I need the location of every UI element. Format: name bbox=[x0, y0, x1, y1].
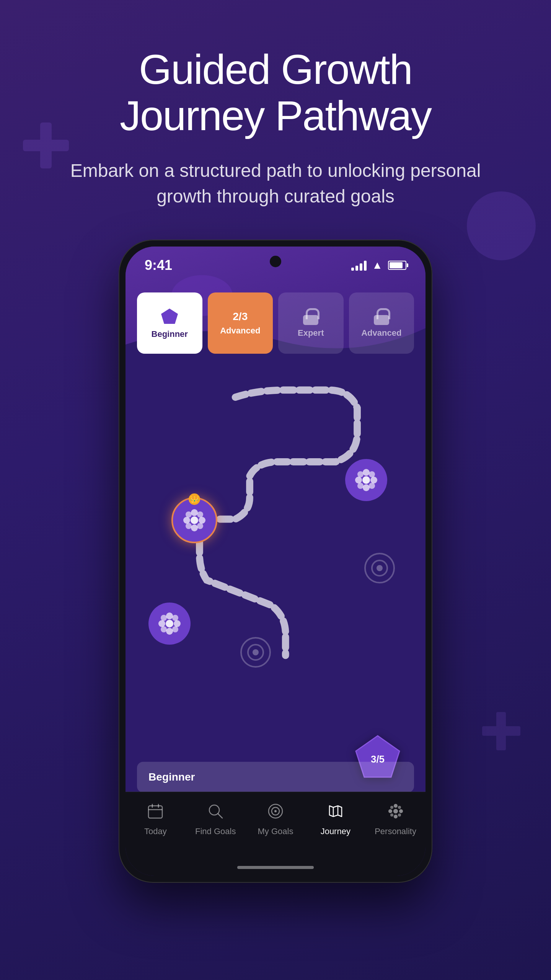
bottom-nav: Today Find Goals bbox=[126, 792, 425, 876]
subtitle: Embark on a structured path to unlocking… bbox=[54, 158, 497, 209]
svg-marker-1 bbox=[161, 309, 178, 324]
phone-screen: 9:41 ▲ bbox=[126, 247, 425, 876]
lock-icon-expert bbox=[303, 308, 318, 325]
signal-icon bbox=[351, 260, 367, 271]
svg-point-24 bbox=[174, 620, 181, 627]
svg-point-7 bbox=[357, 471, 364, 477]
svg-point-15 bbox=[199, 517, 205, 524]
svg-point-43 bbox=[394, 804, 398, 808]
flower-icon-3 bbox=[156, 610, 183, 637]
bg-decoration-plus-bottom bbox=[482, 712, 520, 750]
journey-node-3[interactable] bbox=[148, 603, 191, 645]
journey-node-current[interactable]: 👑 bbox=[171, 497, 217, 543]
svg-point-35 bbox=[209, 805, 219, 815]
lock-icon-advanced bbox=[374, 308, 389, 325]
svg-point-11 bbox=[191, 516, 198, 524]
svg-point-28 bbox=[172, 626, 178, 632]
nav-my-goals-label: My Goals bbox=[258, 826, 293, 836]
camera-notch bbox=[270, 256, 281, 267]
svg-point-20 bbox=[166, 620, 173, 627]
svg-rect-31 bbox=[148, 806, 162, 818]
target-icon bbox=[264, 800, 287, 823]
crown-badge: 👑 bbox=[189, 493, 200, 505]
svg-point-50 bbox=[398, 813, 401, 817]
svg-point-25 bbox=[161, 615, 167, 621]
svg-point-8 bbox=[369, 471, 375, 477]
search-icon bbox=[204, 800, 227, 823]
svg-point-23 bbox=[158, 620, 165, 627]
svg-point-19 bbox=[197, 523, 203, 529]
nav-personality-label: Personality bbox=[375, 826, 416, 836]
svg-line-36 bbox=[218, 814, 222, 818]
tab-expert-label: Expert bbox=[298, 328, 324, 338]
tab-advanced-label: Advanced bbox=[220, 326, 260, 336]
svg-point-2 bbox=[362, 476, 370, 484]
svg-point-46 bbox=[399, 809, 403, 813]
header-section: Guided Growth Journey Pathway Embark on … bbox=[0, 46, 551, 209]
svg-point-3 bbox=[363, 469, 370, 476]
nav-personality[interactable]: Personality bbox=[365, 800, 425, 836]
svg-point-42 bbox=[393, 809, 398, 813]
svg-point-13 bbox=[191, 524, 198, 531]
svg-point-9 bbox=[357, 483, 364, 489]
tab-expert[interactable]: Expert bbox=[278, 292, 344, 354]
svg-point-27 bbox=[161, 626, 167, 632]
nav-journey[interactable]: Journey bbox=[305, 800, 365, 836]
nav-find-goals[interactable]: Find Goals bbox=[186, 800, 246, 836]
flower-icon-current bbox=[181, 507, 208, 534]
svg-point-16 bbox=[186, 511, 192, 518]
svg-point-5 bbox=[355, 477, 362, 483]
home-indicator bbox=[237, 866, 314, 869]
tab-advanced-locked-label: Advanced bbox=[361, 328, 401, 338]
svg-point-18 bbox=[186, 523, 192, 529]
svg-point-17 bbox=[197, 511, 203, 518]
beginner-pentagon-icon bbox=[160, 307, 179, 326]
journey-target-2 bbox=[240, 637, 271, 668]
level-indicator: Beginner bbox=[137, 762, 414, 792]
status-time: 9:41 bbox=[145, 257, 172, 273]
svg-point-47 bbox=[390, 806, 393, 809]
journey-node-1[interactable] bbox=[345, 459, 387, 501]
tab-advanced-progress-label: 2/3 bbox=[233, 310, 248, 323]
nav-my-goals[interactable]: My Goals bbox=[246, 800, 306, 836]
map-icon bbox=[324, 800, 347, 823]
calendar-icon bbox=[144, 800, 167, 823]
svg-point-48 bbox=[398, 806, 401, 809]
svg-point-6 bbox=[370, 477, 377, 483]
personality-icon bbox=[384, 800, 407, 823]
nav-find-goals-label: Find Goals bbox=[195, 826, 236, 836]
nav-today-label: Today bbox=[144, 826, 167, 836]
svg-point-21 bbox=[166, 612, 173, 619]
battery-icon bbox=[388, 261, 406, 270]
svg-point-10 bbox=[369, 483, 375, 489]
journey-target-1 bbox=[364, 553, 395, 583]
phone-frame: 9:41 ▲ bbox=[119, 240, 432, 883]
flower-icon-1 bbox=[353, 467, 380, 493]
journey-path: 👑 bbox=[126, 361, 425, 792]
svg-point-22 bbox=[166, 628, 173, 635]
main-title: Guided Growth Journey Pathway bbox=[54, 46, 497, 139]
phone-container: 9:41 ▲ bbox=[119, 240, 432, 883]
nav-journey-label: Journey bbox=[321, 826, 350, 836]
svg-point-12 bbox=[191, 509, 198, 516]
tab-advanced-progress[interactable]: 2/3 Advanced bbox=[208, 292, 273, 354]
svg-point-4 bbox=[363, 484, 370, 491]
svg-point-45 bbox=[388, 809, 392, 813]
tab-beginner-label: Beginner bbox=[152, 329, 188, 339]
tab-advanced-locked[interactable]: Advanced bbox=[349, 292, 414, 354]
svg-point-14 bbox=[183, 517, 190, 524]
svg-point-49 bbox=[390, 813, 393, 817]
wifi-icon: ▲ bbox=[372, 259, 383, 271]
status-icons: ▲ bbox=[351, 259, 406, 271]
svg-point-44 bbox=[394, 815, 398, 818]
level-indicator-label: Beginner bbox=[148, 771, 403, 783]
svg-point-26 bbox=[172, 615, 178, 621]
tab-beginner[interactable]: Beginner bbox=[137, 292, 202, 354]
nav-today[interactable]: Today bbox=[126, 800, 186, 836]
svg-point-39 bbox=[274, 810, 277, 812]
level-tabs: Beginner 2/3 Advanced Expert Advanced bbox=[137, 292, 414, 354]
